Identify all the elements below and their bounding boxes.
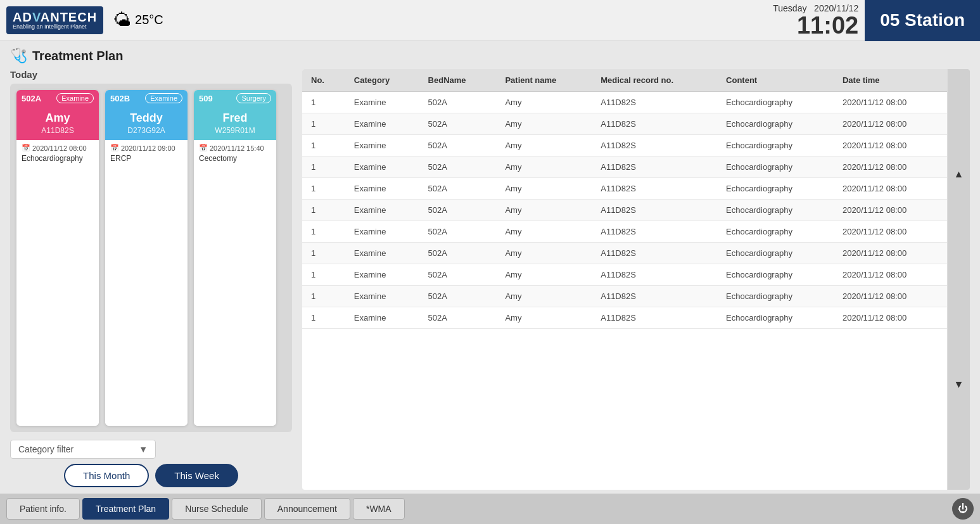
- logo-subtitle: Enabling an Intelligent Planet: [13, 24, 97, 30]
- card-bed-teddy: 502B: [110, 94, 130, 103]
- nav-patient-info[interactable]: Patient info.: [6, 498, 80, 520]
- card-footer-amy: 📅 2020/11/12 08:00 Echocardiography: [16, 140, 99, 426]
- nav-nurse-schedule[interactable]: Nurse Schedule: [172, 498, 262, 520]
- nav-wma[interactable]: *WMA: [353, 498, 405, 520]
- cell-category: Examine: [345, 243, 419, 264]
- cell-content: Echocardiography: [717, 178, 834, 200]
- cell-datetime: 2020/11/12 08:00: [834, 221, 947, 243]
- table-row: 1 Examine 502A Amy A11D82S Echocardiogra…: [302, 113, 947, 135]
- temperature-text: 25°C: [135, 13, 163, 27]
- patient-card-teddy: 502B Examine Teddy D273G92A 📅 2020/11/12…: [105, 90, 188, 426]
- cell-bed: 502A: [419, 264, 497, 286]
- cell-bed: 502A: [419, 243, 497, 264]
- nav-treatment-plan[interactable]: Treatment Plan: [82, 498, 169, 520]
- scroll-down-button[interactable]: ▼: [948, 279, 970, 490]
- patient-card-fred: 509 Surgery Fred W259R01M 📅 2020/11/12 1…: [194, 90, 276, 426]
- this-month-button[interactable]: This Month: [64, 464, 149, 487]
- card-procedure-amy: Echocardiography: [22, 154, 94, 163]
- page-content: 🩺 Treatment Plan Today 502A Examine Amy …: [0, 41, 980, 494]
- card-procedure-teddy: ERCP: [110, 154, 182, 163]
- cell-record: A11D82S: [592, 157, 717, 178]
- this-week-button[interactable]: This Week: [155, 464, 238, 487]
- cell-category: Examine: [345, 157, 419, 178]
- col-medical-record: Medical record no.: [592, 69, 717, 92]
- card-date-teddy: 📅 2020/11/12 09:00: [110, 144, 182, 152]
- cell-patient: Amy: [496, 178, 592, 200]
- cell-patient: Amy: [496, 200, 592, 221]
- patient-cards-container: 502A Examine Amy A11D82S 📅 2020/11/12 08…: [10, 84, 292, 432]
- cell-bed: 502A: [419, 221, 497, 243]
- category-filter-label: Category filter: [18, 444, 73, 454]
- cell-content: Echocardiography: [717, 307, 834, 329]
- calendar-icon-amy: 📅: [22, 144, 30, 152]
- today-label: Today: [10, 69, 292, 80]
- table-row: 1 Examine 502A Amy A11D82S Echocardiogra…: [302, 221, 947, 243]
- cell-record: A11D82S: [592, 113, 717, 135]
- cell-no: 1: [302, 243, 345, 264]
- cell-no: 1: [302, 286, 345, 307]
- cell-bed: 502A: [419, 157, 497, 178]
- main-area: Today 502A Examine Amy A11D82S 📅: [10, 69, 970, 490]
- card-tag-amy: Examine: [56, 93, 94, 103]
- cell-content: Echocardiography: [717, 200, 834, 221]
- card-date-amy: 📅 2020/11/12 08:00: [22, 144, 94, 152]
- cell-datetime: 2020/11/12 08:00: [834, 157, 947, 178]
- treatment-table: No. Category BedName Patient name Medica…: [302, 69, 947, 329]
- header-left: ADVANTECH Enabling an Intelligent Planet…: [6, 6, 163, 34]
- left-bottom-section: Category filter ▼: [10, 435, 292, 459]
- right-panel: No. Category BedName Patient name Medica…: [302, 69, 970, 490]
- cell-bed: 502A: [419, 200, 497, 221]
- card-footer-fred: 📅 2020/11/12 15:40 Cecectomy: [194, 140, 276, 426]
- cell-no: 1: [302, 178, 345, 200]
- cell-content: Echocardiography: [717, 113, 834, 135]
- cell-category: Examine: [345, 264, 419, 286]
- datetime-display: Tuesday 2020/11/12 11:02: [773, 3, 858, 37]
- table-body: 1 Examine 502A Amy A11D82S Echocardiogra…: [302, 92, 947, 329]
- cell-datetime: 2020/11/12 08:00: [834, 264, 947, 286]
- card-footer-teddy: 📅 2020/11/12 09:00 ERCP: [105, 140, 188, 426]
- cell-category: Examine: [345, 178, 419, 200]
- cell-bed: 502A: [419, 135, 497, 157]
- col-content: Content: [717, 69, 834, 92]
- card-id-fred: W259R01M: [215, 126, 255, 135]
- cell-category: Examine: [345, 286, 419, 307]
- card-header-teddy: 502B Examine: [105, 90, 188, 106]
- power-button[interactable]: ⏻: [952, 498, 974, 520]
- cell-content: Echocardiography: [717, 243, 834, 264]
- col-bedname: BedName: [419, 69, 497, 92]
- nav-announcement[interactable]: Announcement: [264, 498, 350, 520]
- card-header-amy: 502A Examine: [16, 90, 99, 106]
- card-bed-fred: 509: [199, 94, 213, 103]
- cell-no: 1: [302, 157, 345, 178]
- cell-no: 1: [302, 264, 345, 286]
- card-procedure-fred: Cecectomy: [199, 154, 271, 163]
- cell-datetime: 2020/11/12 08:00: [834, 286, 947, 307]
- cell-patient: Amy: [496, 113, 592, 135]
- card-id-amy: A11D82S: [41, 126, 73, 135]
- cell-record: A11D82S: [592, 92, 717, 113]
- filter-area[interactable]: Category filter ▼: [10, 440, 156, 459]
- cell-bed: 502A: [419, 92, 497, 113]
- table-row: 1 Examine 502A Amy A11D82S Echocardiogra…: [302, 200, 947, 221]
- stethoscope-icon: 🩺: [10, 48, 27, 64]
- cell-record: A11D82S: [592, 307, 717, 329]
- chevron-down-icon: ▼: [139, 444, 148, 454]
- table-row: 1 Examine 502A Amy A11D82S Echocardiogra…: [302, 286, 947, 307]
- weather-display: 🌤 25°C: [113, 10, 163, 30]
- cell-record: A11D82S: [592, 200, 717, 221]
- cell-datetime: 2020/11/12 08:00: [834, 200, 947, 221]
- card-tag-teddy: Examine: [145, 93, 182, 103]
- cell-datetime: 2020/11/12 08:00: [834, 178, 947, 200]
- card-header-fred: 509 Surgery: [194, 90, 276, 106]
- app-header: ADVANTECH Enabling an Intelligent Planet…: [0, 0, 980, 41]
- left-panel: Today 502A Examine Amy A11D82S 📅: [10, 69, 292, 490]
- cell-bed: 502A: [419, 286, 497, 307]
- category-filter-dropdown[interactable]: Category filter ▼: [10, 440, 156, 459]
- cell-bed: 502A: [419, 307, 497, 329]
- cell-category: Examine: [345, 92, 419, 113]
- patient-card-amy: 502A Examine Amy A11D82S 📅 2020/11/12 08…: [16, 90, 99, 426]
- scroll-up-button[interactable]: ▲: [948, 69, 970, 279]
- time-filter: This Month This Week: [10, 464, 292, 490]
- cell-bed: 502A: [419, 178, 497, 200]
- cell-content: Echocardiography: [717, 135, 834, 157]
